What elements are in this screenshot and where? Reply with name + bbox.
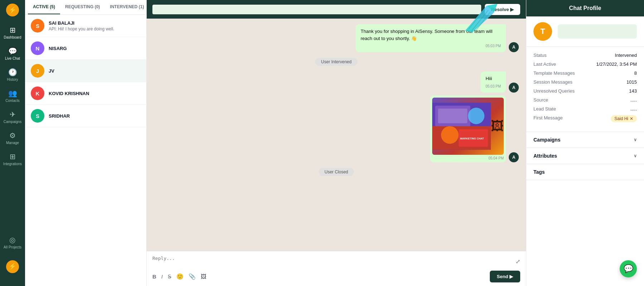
bold-icon[interactable]: B: [152, 273, 156, 280]
sidebar-label-livechat: Live Chat: [5, 56, 20, 61]
tag-text: Said Hi: [614, 116, 628, 121]
sidebar-label-campaigns: Campaigns: [4, 120, 22, 124]
lead-state-value: .....: [630, 106, 637, 112]
image-placeholder-3: MARKETING CHAT: [432, 98, 504, 155]
chat-list-tabs: ACTIVE (5) REQUESTING (0) INTERVENED (1)…: [25, 0, 146, 15]
strikethrough-icon[interactable]: S̶: [168, 273, 171, 280]
italic-icon[interactable]: I: [161, 273, 163, 280]
message-bubble-2: Hiii 05:03 PM: [480, 72, 506, 93]
source-row: Source .....: [533, 97, 637, 103]
sidebar: ⚡ ⊞ Dashboard 💬 Live Chat 🕐 History 👥 Co…: [0, 0, 25, 286]
sidebar-item-livechat[interactable]: 💬 Live Chat: [0, 43, 25, 64]
flash-icon: ⚡: [6, 260, 19, 273]
sidebar-label-history: History: [7, 78, 18, 82]
campaigns-section[interactable]: Campaigns ∨: [526, 132, 644, 148]
tags-section[interactable]: Tags: [526, 164, 644, 180]
message-bubble-1: Thank you for shopping in AiSensy. Someo…: [356, 24, 506, 52]
avatar-jv: J: [31, 64, 44, 78]
image-icon[interactable]: 🖼: [201, 273, 206, 280]
svg-text:MARKETING CHAT: MARKETING CHAT: [460, 137, 484, 140]
sidebar-item-integrations[interactable]: ⊞ Integrations: [0, 149, 25, 170]
system-label-intervened: User Intervened: [315, 58, 357, 66]
send-button[interactable]: Send ▶: [490, 271, 520, 282]
chat-item-kovid[interactable]: K KOVID KRISHNAN: [25, 82, 146, 105]
template-messages-row: Template Messages 8: [533, 70, 637, 76]
chat-item-sai[interactable]: S SAI BALAJI API: Hii! I hope you are do…: [25, 15, 146, 37]
chat-profile-title: Chat Profile: [569, 5, 601, 11]
lead-state-label: Lead State: [533, 106, 556, 112]
history-icon: 🕐: [8, 68, 17, 77]
sidebar-label-manage: Manage: [6, 141, 19, 145]
attributes-label: Attributes: [533, 153, 557, 159]
svg-point-10: [441, 126, 459, 144]
chat-preview-sai: API: Hii! I hope you are doing well.: [49, 26, 141, 31]
chat-item-nisarg[interactable]: N NISARG: [25, 37, 146, 60]
tag-close-icon[interactable]: ✕: [630, 116, 633, 121]
message-row-2: A Hiii 05:03 PM: [154, 72, 519, 93]
chat-name-kovid: KOVID KRISHNAN: [49, 91, 141, 96]
reply-input[interactable]: [152, 255, 516, 268]
contacts-icon: 👥: [8, 89, 17, 98]
session-messages-row: Session Messages 1015: [533, 79, 637, 85]
tab-active[interactable]: ACTIVE (5): [28, 0, 60, 14]
allprojects-icon: ◎: [9, 236, 15, 244]
resolve-button[interactable]: Resolve ▶: [485, 4, 520, 15]
chat-search-input[interactable]: [152, 5, 481, 14]
status-label: Status: [533, 53, 547, 58]
chat-info-sridhar: SRIDHAR: [49, 113, 141, 119]
last-active-label: Last Active: [533, 61, 556, 67]
sidebar-label-dashboard: Dashboard: [4, 35, 21, 40]
avatar-sridhar: S: [31, 109, 44, 123]
profile-top: T: [526, 16, 644, 47]
info-section: Status Intervened Last Active 1/27/2022,…: [526, 47, 644, 132]
sidebar-item-history[interactable]: 🕐 History: [0, 64, 25, 85]
emoji-icon[interactable]: 🙂: [176, 273, 184, 280]
chat-item-sridhar[interactable]: S SRIDHAR: [25, 105, 146, 127]
session-messages-value: 1015: [626, 79, 637, 85]
unresolved-row: Unresolved Queries 143: [533, 88, 637, 94]
status-value: Intervened: [615, 53, 637, 58]
chat-name-jv: JV: [49, 68, 141, 74]
chat-info-sai: SAI BALAJI API: Hii! I hope you are doin…: [49, 20, 141, 31]
message-row-1: A Thank you for shopping in AiSensy. Som…: [154, 24, 519, 52]
tab-requesting[interactable]: REQUESTING (0): [60, 0, 105, 14]
msg-avatar-2: A: [509, 83, 519, 93]
right-panel-header: Chat Profile: [526, 0, 644, 16]
sidebar-item-manage[interactable]: ⚙ Manage: [0, 128, 25, 149]
chat-info-kovid: KOVID KRISHNAN: [49, 91, 141, 96]
profile-avatar: T: [533, 22, 552, 41]
chat-name-nisarg: NISARG: [49, 46, 141, 51]
source-label: Source: [533, 97, 548, 103]
sidebar-item-allprojects[interactable]: ◎ All Projects: [4, 232, 21, 253]
sidebar-item-dashboard[interactable]: ⊞ Dashboard: [0, 22, 25, 43]
last-active-value: 1/27/2022, 3:54 PM: [596, 61, 637, 67]
first-message-tag[interactable]: Said Hi ✕: [611, 115, 637, 122]
avatar-sai: S: [31, 19, 44, 33]
message-text-2: Hiii: [486, 76, 492, 81]
floating-chat-button[interactable]: 💬: [620, 260, 637, 277]
template-messages-value: 8: [634, 70, 637, 76]
system-label-row-2: User Closed: [154, 165, 519, 179]
avatar-nisarg: N: [31, 41, 44, 55]
integrations-icon: ⊞: [10, 152, 16, 161]
sidebar-item-contacts[interactable]: 👥 Contacts: [0, 85, 25, 107]
expand-icon[interactable]: ⤢: [516, 258, 520, 265]
sidebar-item-flash[interactable]: ⚡: [4, 257, 21, 277]
sidebar-item-campaigns[interactable]: ✈ Campaigns: [0, 107, 25, 128]
attributes-section[interactable]: Attributes ∨: [526, 148, 644, 164]
reply-top: ⤢: [152, 255, 520, 268]
chat-messages: A Thank you for shopping in AiSensy. Som…: [147, 19, 526, 251]
lead-state-row: Lead State .....: [533, 106, 637, 112]
logo-icon: ⚡: [9, 6, 16, 14]
status-row: Status Intervened: [533, 53, 637, 58]
sidebar-label-allprojects: All Projects: [4, 245, 21, 250]
message-time-2: 05:03 PM: [486, 84, 501, 89]
chat-item-jv[interactable]: J JV: [25, 60, 146, 82]
sidebar-logo: ⚡: [6, 4, 19, 16]
tab-intervened[interactable]: INTERVENED (1): [105, 0, 149, 14]
profile-name-box[interactable]: [558, 24, 637, 39]
campaigns-chevron-icon: ∨: [634, 137, 637, 142]
attachment-icon[interactable]: 📎: [189, 273, 196, 280]
manage-icon: ⚙: [9, 131, 16, 140]
main-chat: Resolve ▶ A Thank you for sh: [147, 0, 526, 286]
